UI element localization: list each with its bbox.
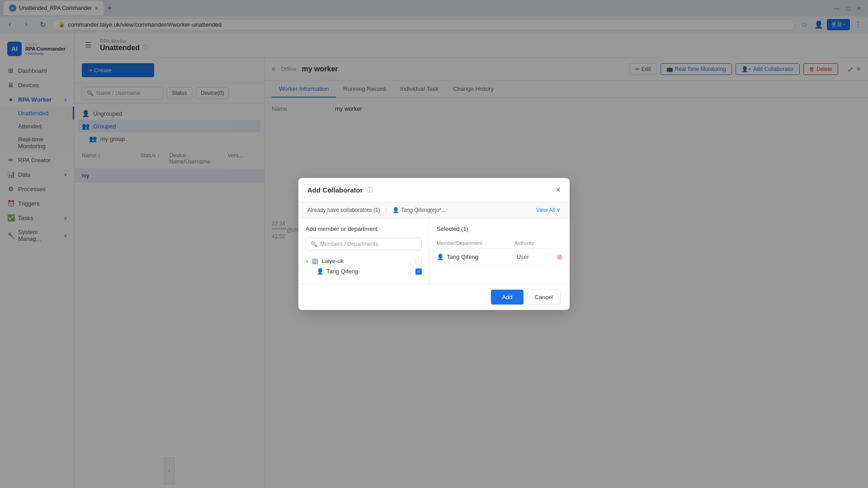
selected-label: Selected — [437, 225, 460, 232]
remove-member-button[interactable]: ⊗ — [557, 253, 562, 261]
member-tree: ∨ 🏢 Laiye-uk 👤 Tang Qifeng ✓ — [306, 256, 422, 277]
selected-member-label: Tang Qifeng — [447, 253, 478, 260]
org-icon: 🏢 — [311, 258, 319, 264]
org-chevron[interactable]: ∨ — [306, 258, 309, 263]
collaborator-count: (1) — [373, 207, 380, 213]
modal-overlay: Add Collaborator ⓘ × Already have collab… — [0, 0, 868, 488]
modal-close-button[interactable]: × — [556, 185, 561, 195]
modal-title: Add Collaborator — [307, 186, 363, 194]
collaborator-separator: | — [386, 207, 387, 213]
selected-title: Selected (1) — [437, 225, 468, 232]
view-all-link[interactable]: View All ∨ — [536, 207, 561, 213]
member-user-icon: 👤 — [316, 268, 324, 275]
selected-table-header: Member/Department Authority — [437, 238, 562, 249]
collaborator-count-label: Already have collaborators — [307, 207, 372, 213]
selected-table: Member/Department Authority 👤 Tang Qifen… — [437, 238, 562, 265]
header-authority: Authority — [514, 240, 553, 246]
member-search-placeholder: Members / Departments — [320, 241, 378, 247]
selected-authority: User — [517, 253, 557, 260]
modal-footer: Add Cancel — [298, 284, 570, 310]
selected-member-name: 👤 Tang Qifeng — [437, 253, 517, 260]
tree-org-label: ∨ 🏢 Laiye-uk — [306, 258, 344, 264]
modal-cancel-button[interactable]: Cancel — [527, 290, 561, 305]
collaborator-preview-name: Tang Qifeng(ejo*... — [401, 207, 446, 213]
modal-info-icon: ⓘ — [367, 186, 373, 194]
collaborator-preview: Already have collaborators (1) | 👤 Tang … — [307, 207, 446, 213]
member-search[interactable]: 🔍 Members / Departments — [306, 238, 422, 250]
modal-section-title: Add member or department — [306, 225, 422, 232]
selected-row: 👤 Tang Qifeng User ⊗ — [437, 249, 562, 265]
add-collaborator-modal: Add Collaborator ⓘ × Already have collab… — [298, 178, 570, 310]
modal-title-row: Add Collaborator ⓘ — [307, 186, 373, 194]
modal-body: Add member or department 🔍 Members / Dep… — [298, 218, 570, 284]
collaborators-bar: Already have collaborators (1) | 👤 Tang … — [298, 202, 570, 218]
tree-org-row: ∨ 🏢 Laiye-uk — [306, 256, 422, 266]
tree-member-row: 👤 Tang Qifeng ✓ — [306, 266, 422, 277]
org-name: Laiye-uk — [321, 258, 344, 264]
selected-header: Selected (1) — [437, 225, 562, 232]
header-member: Member/Department — [437, 240, 514, 246]
search-members-icon: 🔍 — [311, 241, 317, 247]
org-checkbox[interactable] — [415, 258, 422, 264]
member-name: Tang Qifeng — [326, 268, 358, 275]
tree-member-label: 👤 Tang Qifeng — [316, 268, 358, 275]
modal-right-panel: Selected (1) Member/Department Authority… — [429, 218, 570, 284]
selected-member-icon: 👤 — [437, 253, 444, 260]
collaborator-user-icon: 👤 — [392, 207, 399, 213]
modal-left-panel: Add member or department 🔍 Members / Dep… — [298, 218, 429, 284]
modal-header: Add Collaborator ⓘ × — [298, 178, 570, 202]
modal-add-button[interactable]: Add — [491, 290, 523, 305]
member-checkbox[interactable]: ✓ — [415, 268, 422, 275]
selected-count: (1) — [461, 225, 468, 232]
